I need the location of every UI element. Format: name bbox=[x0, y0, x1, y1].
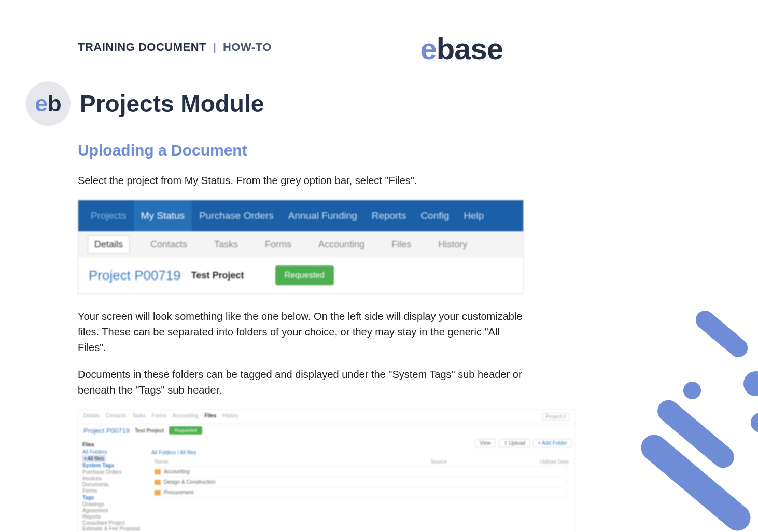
section-title: Uploading a Document bbox=[78, 142, 524, 159]
s2-tab-tasks[interactable]: Tasks bbox=[132, 413, 146, 421]
tagline-left: TRAINING DOCUMENT bbox=[78, 40, 206, 53]
tab-details[interactable]: Details bbox=[88, 235, 130, 254]
tagline-right: HOW-TO bbox=[223, 40, 272, 53]
col-upload-date: Upload Date bbox=[500, 459, 569, 465]
logo-rest: base bbox=[437, 32, 503, 65]
col-name: Name bbox=[155, 459, 431, 465]
tag-reports[interactable]: Reports bbox=[82, 514, 144, 520]
nav-purchase-orders[interactable]: Purchase Orders bbox=[192, 200, 281, 231]
decorative-dots bbox=[566, 314, 758, 522]
project-header-row: Project P00719 Test Project Requested bbox=[78, 257, 523, 293]
intro-para-1: Select the project from My Status. From … bbox=[78, 173, 524, 188]
eb-circle-icon: eb bbox=[26, 81, 71, 126]
nav-help[interactable]: Help bbox=[456, 200, 491, 231]
table-row[interactable]: Procurement ⋮ bbox=[151, 487, 572, 498]
tagline-sep: | bbox=[210, 40, 220, 53]
doc-tagline: TRAINING DOCUMENT | HOW-TO bbox=[78, 40, 272, 54]
folder-icon bbox=[155, 480, 161, 485]
tag-consultant[interactable]: Consultant Project Estimate & Fee Propos… bbox=[82, 520, 144, 531]
files-main: View ⇧ Upload + Add Folder All Folders /… bbox=[148, 437, 575, 532]
tags-header: Tags bbox=[82, 495, 144, 500]
nav-projects[interactable]: Projects bbox=[83, 200, 134, 231]
doc-header: TRAINING DOCUMENT | HOW-TO ebase bbox=[78, 31, 524, 66]
row-menu-icon[interactable]: ⋮ bbox=[500, 489, 569, 495]
systag-forms[interactable]: Forms bbox=[82, 488, 144, 494]
nav-config[interactable]: Config bbox=[413, 200, 456, 231]
page-title: Projects Module bbox=[80, 90, 264, 118]
files-sidebar: Files All Folders • All files System Tag… bbox=[78, 437, 148, 532]
tab-forms[interactable]: Forms bbox=[259, 236, 298, 253]
s2-tab-contacts[interactable]: Contacts bbox=[106, 413, 126, 421]
project-name: Test Project bbox=[191, 270, 244, 281]
system-tags-header: System Tags bbox=[82, 463, 144, 468]
nav-my-status[interactable]: My Status bbox=[134, 200, 192, 231]
tab-contacts[interactable]: Contacts bbox=[144, 236, 193, 253]
project-id: Project P00719 bbox=[89, 268, 181, 284]
title-row: eb Projects Module bbox=[26, 81, 524, 126]
tab-history[interactable]: History bbox=[432, 236, 473, 253]
intro-para-2: Your screen will look something like the… bbox=[78, 309, 524, 355]
s2-tab-files[interactable]: Files bbox=[204, 413, 216, 421]
main-nav: Projects My Status Purchase Orders Annua… bbox=[78, 200, 523, 231]
all-folders-link[interactable]: All Folders bbox=[82, 449, 144, 455]
tag-agreement[interactable]: Agreement bbox=[82, 508, 144, 513]
row-name: Procurement bbox=[164, 489, 193, 495]
table-row[interactable]: Accounting ⋮ bbox=[151, 467, 572, 477]
systag-documents[interactable]: Documents bbox=[82, 482, 144, 487]
s2-status-badge: Requested bbox=[169, 426, 202, 435]
row-menu-icon[interactable]: ⋮ bbox=[500, 479, 569, 485]
row-name: Design & Construction bbox=[164, 479, 216, 485]
circle-e: e bbox=[35, 91, 47, 117]
col-source: Source bbox=[431, 459, 500, 465]
row-name: Accounting bbox=[164, 469, 189, 474]
circle-b: b bbox=[48, 91, 62, 117]
folder-icon bbox=[155, 469, 161, 474]
tab-accounting[interactable]: Accounting bbox=[312, 236, 371, 253]
breadcrumb: All Folders / All files bbox=[151, 450, 572, 455]
systag-invoices[interactable]: Invoices bbox=[82, 475, 144, 481]
tag-drawings[interactable]: Drawings bbox=[82, 501, 144, 507]
all-files-selected[interactable]: • All files bbox=[82, 455, 106, 462]
files-header: Files bbox=[82, 442, 144, 447]
sub-nav: Details Contacts Tasks Forms Accounting … bbox=[78, 231, 523, 257]
s2-tab-details[interactable]: Details bbox=[83, 413, 100, 421]
status-badge: Requested bbox=[275, 265, 334, 285]
tab-files[interactable]: Files bbox=[385, 236, 417, 253]
project-number-pill: Project # bbox=[542, 413, 570, 421]
files-table-header: Name Source Upload Date bbox=[151, 457, 572, 467]
view-button[interactable]: View bbox=[475, 439, 496, 447]
row-menu-icon[interactable]: ⋮ bbox=[500, 469, 569, 474]
intro-para-3: Documents in these folders can be tagged… bbox=[78, 367, 524, 398]
s2-tab-accounting[interactable]: Accounting bbox=[173, 413, 198, 421]
brand-logo: ebase bbox=[420, 31, 503, 66]
nav-annual-funding[interactable]: Annual Funding bbox=[281, 200, 364, 231]
table-row[interactable]: Design & Construction ⋮ bbox=[151, 477, 572, 487]
s2-project-name: Test Project bbox=[135, 428, 164, 433]
screenshot-files: Details Contacts Tasks Forms Accounting … bbox=[78, 409, 575, 532]
s2-tab-history[interactable]: History bbox=[222, 413, 238, 421]
nav-reports[interactable]: Reports bbox=[364, 200, 414, 231]
s2-tab-forms[interactable]: Forms bbox=[152, 413, 166, 421]
s2-tabs: Details Contacts Tasks Forms Accounting … bbox=[83, 413, 238, 421]
tab-tasks[interactable]: Tasks bbox=[208, 236, 244, 253]
screenshot-nav: Projects My Status Purchase Orders Annua… bbox=[78, 200, 524, 294]
files-toolbar: View ⇧ Upload + Add Folder bbox=[151, 439, 572, 447]
s2-project-row: Project P00719 Test Project Requested bbox=[78, 424, 575, 437]
folder-icon bbox=[155, 490, 161, 495]
s2-topbar: Details Contacts Tasks Forms Accounting … bbox=[78, 410, 575, 424]
upload-button[interactable]: ⇧ Upload bbox=[499, 439, 530, 447]
s2-project-id: Project P00719 bbox=[83, 427, 130, 435]
systag-purchase-orders[interactable]: Purchase Orders bbox=[82, 469, 144, 475]
logo-e: e bbox=[420, 32, 437, 65]
